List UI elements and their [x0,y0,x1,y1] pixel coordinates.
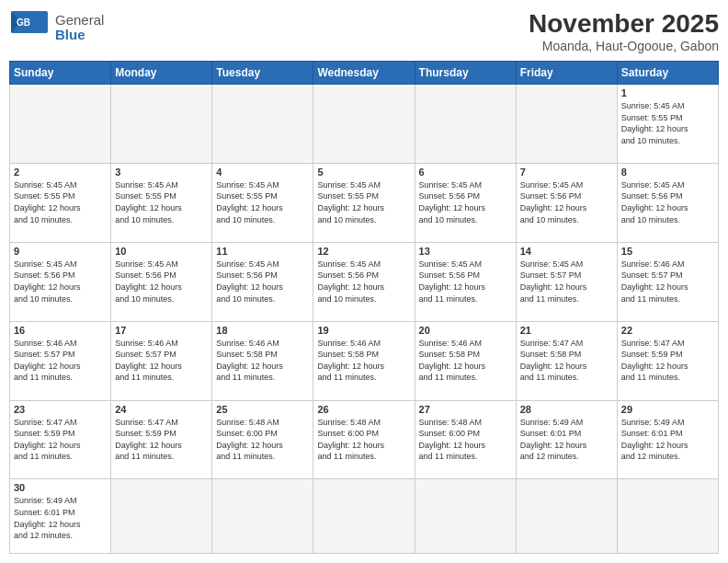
calendar-cell: 24Sunrise: 5:47 AM Sunset: 5:59 PM Dayli… [111,400,212,479]
calendar-cell: 16Sunrise: 5:46 AM Sunset: 5:57 PM Dayli… [10,321,111,400]
day-info: Sunrise: 5:45 AM Sunset: 5:56 PM Dayligh… [115,259,208,304]
day-number: 22 [621,325,714,336]
day-number: 26 [317,404,410,415]
day-info: Sunrise: 5:45 AM Sunset: 5:56 PM Dayligh… [216,259,309,304]
calendar-cell [415,479,516,554]
day-info: Sunrise: 5:49 AM Sunset: 6:01 PM Dayligh… [14,495,107,541]
day-info: Sunrise: 5:46 AM Sunset: 5:58 PM Dayligh… [419,338,512,384]
day-info: Sunrise: 5:45 AM Sunset: 5:56 PM Dayligh… [317,259,410,304]
logo: GB General Blue [9,9,104,46]
calendar-cell [212,479,313,554]
calendar-cell: 11Sunrise: 5:45 AM Sunset: 5:56 PM Dayli… [212,242,313,321]
calendar-cell: 6Sunrise: 5:45 AM Sunset: 5:56 PM Daylig… [415,163,516,242]
day-number: 29 [621,404,714,415]
calendar-cell: 23Sunrise: 5:47 AM Sunset: 5:59 PM Dayli… [10,400,111,479]
calendar-cell: 26Sunrise: 5:48 AM Sunset: 6:00 PM Dayli… [313,400,415,479]
calendar-cell: 19Sunrise: 5:46 AM Sunset: 5:58 PM Dayli… [313,321,415,400]
calendar-cell [212,85,313,164]
calendar-cell: 21Sunrise: 5:47 AM Sunset: 5:58 PM Dayli… [516,321,617,400]
day-number: 8 [621,167,714,178]
day-header-monday: Monday [111,62,212,85]
svg-text:GB: GB [17,17,30,28]
day-number: 24 [115,404,208,415]
day-number: 10 [115,246,208,257]
day-header-wednesday: Wednesday [313,62,415,85]
location: Moanda, Haut-Ogooue, Gabon [529,39,719,53]
day-number: 18 [216,325,309,336]
calendar-cell [516,479,617,554]
calendar-cell [111,85,212,164]
day-header-thursday: Thursday [415,62,516,85]
day-number: 21 [520,325,613,336]
calendar-cell: 17Sunrise: 5:46 AM Sunset: 5:57 PM Dayli… [111,321,212,400]
calendar-cell: 4Sunrise: 5:45 AM Sunset: 5:55 PM Daylig… [212,163,313,242]
day-info: Sunrise: 5:46 AM Sunset: 5:58 PM Dayligh… [216,338,309,384]
calendar-cell [313,479,415,554]
day-number: 25 [216,404,309,415]
calendar-cell: 12Sunrise: 5:45 AM Sunset: 5:56 PM Dayli… [313,242,415,321]
day-header-sunday: Sunday [10,62,111,85]
day-number: 23 [14,404,107,415]
day-info: Sunrise: 5:45 AM Sunset: 5:55 PM Dayligh… [216,179,309,225]
day-number: 28 [520,404,613,415]
day-info: Sunrise: 5:45 AM Sunset: 5:55 PM Dayligh… [621,100,714,146]
day-number: 15 [621,246,714,257]
day-info: Sunrise: 5:45 AM Sunset: 5:55 PM Dayligh… [115,179,208,225]
day-number: 12 [317,246,410,257]
day-number: 17 [115,325,208,336]
day-number: 16 [14,325,107,336]
day-info: Sunrise: 5:45 AM Sunset: 5:56 PM Dayligh… [419,179,512,225]
calendar-cell: 20Sunrise: 5:46 AM Sunset: 5:58 PM Dayli… [415,321,516,400]
day-number: 4 [216,167,309,178]
day-info: Sunrise: 5:47 AM Sunset: 5:59 PM Dayligh… [115,417,208,463]
calendar-cell [617,479,718,554]
calendar-cell: 28Sunrise: 5:49 AM Sunset: 6:01 PM Dayli… [516,400,617,479]
header: GB General Blue November 2025 Moanda, Ha… [9,9,719,53]
day-number: 13 [419,246,512,257]
day-number: 20 [419,325,512,336]
day-number: 3 [115,167,208,178]
calendar-cell [10,85,111,164]
day-number: 27 [419,404,512,415]
day-info: Sunrise: 5:46 AM Sunset: 5:57 PM Dayligh… [115,338,208,384]
calendar-cell: 27Sunrise: 5:48 AM Sunset: 6:00 PM Dayli… [415,400,516,479]
day-info: Sunrise: 5:47 AM Sunset: 5:59 PM Dayligh… [621,338,714,384]
calendar-cell: 22Sunrise: 5:47 AM Sunset: 5:59 PM Dayli… [617,321,718,400]
calendar-cell: 5Sunrise: 5:45 AM Sunset: 5:55 PM Daylig… [313,163,415,242]
day-info: Sunrise: 5:45 AM Sunset: 5:55 PM Dayligh… [14,179,107,225]
calendar-cell: 14Sunrise: 5:45 AM Sunset: 5:57 PM Dayli… [516,242,617,321]
day-info: Sunrise: 5:46 AM Sunset: 5:57 PM Dayligh… [14,338,107,384]
calendar-cell: 30Sunrise: 5:49 AM Sunset: 6:01 PM Dayli… [10,479,111,554]
day-info: Sunrise: 5:48 AM Sunset: 6:00 PM Dayligh… [419,417,512,463]
day-number: 7 [520,167,613,178]
day-number: 19 [317,325,410,336]
day-number: 14 [520,246,613,257]
day-info: Sunrise: 5:48 AM Sunset: 6:00 PM Dayligh… [216,417,309,463]
calendar-cell: 15Sunrise: 5:46 AM Sunset: 5:57 PM Dayli… [617,242,718,321]
calendar-cell: 7Sunrise: 5:45 AM Sunset: 5:56 PM Daylig… [516,163,617,242]
day-number: 30 [14,482,107,493]
calendar-table: SundayMondayTuesdayWednesdayThursdayFrid… [9,61,719,554]
calendar-cell: 8Sunrise: 5:45 AM Sunset: 5:56 PM Daylig… [617,163,718,242]
day-info: Sunrise: 5:48 AM Sunset: 6:00 PM Dayligh… [317,417,410,463]
calendar-cell: 29Sunrise: 5:49 AM Sunset: 6:01 PM Dayli… [617,400,718,479]
day-number: 6 [419,167,512,178]
day-info: Sunrise: 5:45 AM Sunset: 5:56 PM Dayligh… [14,259,107,304]
calendar-cell: 25Sunrise: 5:48 AM Sunset: 6:00 PM Dayli… [212,400,313,479]
day-info: Sunrise: 5:45 AM Sunset: 5:57 PM Dayligh… [520,259,613,304]
day-info: Sunrise: 5:49 AM Sunset: 6:01 PM Dayligh… [621,417,714,463]
day-header-saturday: Saturday [617,62,718,85]
day-info: Sunrise: 5:47 AM Sunset: 5:59 PM Dayligh… [14,417,107,463]
day-number: 11 [216,246,309,257]
day-header-tuesday: Tuesday [212,62,313,85]
page: GB General Blue November 2025 Moanda, Ha… [0,0,728,563]
calendar-cell: 2Sunrise: 5:45 AM Sunset: 5:55 PM Daylig… [10,163,111,242]
month-title: November 2025 [529,9,719,39]
calendar-cell: 9Sunrise: 5:45 AM Sunset: 5:56 PM Daylig… [10,242,111,321]
calendar-cell: 1Sunrise: 5:45 AM Sunset: 5:55 PM Daylig… [617,85,718,164]
calendar-cell: 13Sunrise: 5:45 AM Sunset: 5:56 PM Dayli… [415,242,516,321]
day-number: 5 [317,167,410,178]
day-info: Sunrise: 5:45 AM Sunset: 5:56 PM Dayligh… [621,179,714,225]
day-info: Sunrise: 5:49 AM Sunset: 6:01 PM Dayligh… [520,417,613,463]
day-header-friday: Friday [516,62,617,85]
